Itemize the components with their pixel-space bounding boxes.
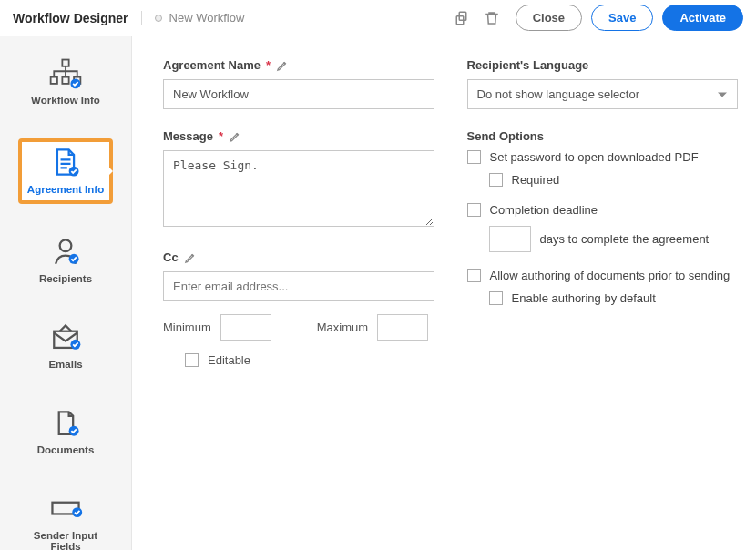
topbar: Workflow Designer New Workflow Close Sav… <box>0 0 756 36</box>
deadline-days-input[interactable] <box>489 226 531 252</box>
pencil-icon[interactable] <box>184 251 197 264</box>
send-options-label: Send Options <box>467 129 739 143</box>
password-checkbox[interactable] <box>467 150 481 164</box>
maximum-input[interactable] <box>377 314 428 341</box>
authoring-default-label: Enable authoring by default <box>512 291 656 305</box>
cc-label: Cc <box>163 250 434 264</box>
required-star: * <box>266 58 271 72</box>
pencil-icon[interactable] <box>229 130 241 143</box>
deadline-days-label: days to complete the agreement <box>540 232 710 246</box>
sidebar-item-label: Agreement Info <box>27 184 104 195</box>
message-section: Message* <box>163 129 434 230</box>
chevron-down-icon <box>718 92 727 97</box>
deadline-label: Completion deadline <box>490 203 598 217</box>
message-label: Message* <box>163 129 434 143</box>
sidebar-item-label: Recipients <box>39 273 92 284</box>
body: Workflow Info Agreement Info <box>0 36 756 550</box>
authoring-option: Allow authoring of documents prior to se… <box>467 269 739 305</box>
language-label: Recipient's Language <box>467 58 739 72</box>
authoring-checkbox[interactable] <box>467 269 481 282</box>
copy-icon[interactable] <box>454 9 472 27</box>
status-dot-icon <box>155 15 162 22</box>
password-required-checkbox[interactable] <box>489 173 503 187</box>
close-button[interactable]: Close <box>516 5 582 31</box>
deadline-checkbox[interactable] <box>467 203 481 217</box>
send-options-section: Send Options Set password to open downlo… <box>467 129 739 305</box>
language-select-wrap: Do not show language selector <box>467 79 739 109</box>
sidebar-item-recipients[interactable]: Recipients <box>18 231 113 290</box>
editable-label: Editable <box>208 353 250 367</box>
agreement-name-label: Agreement Name* <box>163 58 434 72</box>
trash-icon[interactable] <box>483 9 501 27</box>
password-required-label: Required <box>512 173 560 187</box>
sidebar-item-label: Documents <box>37 444 95 455</box>
maximum-label: Maximum <box>317 321 368 334</box>
authoring-label: Allow authoring of documents prior to se… <box>490 269 730 282</box>
minimum-input[interactable] <box>220 314 271 341</box>
sidebar-item-label: Sender Input Fields <box>18 530 113 550</box>
message-textarea[interactable] <box>163 150 434 227</box>
save-button[interactable]: Save <box>591 5 653 31</box>
editable-checkbox[interactable] <box>185 353 199 367</box>
pencil-icon[interactable] <box>276 59 289 72</box>
document-icon <box>47 148 84 178</box>
deadline-option: Completion deadline days to complete the… <box>467 203 739 252</box>
sidebar-item-workflow-info[interactable]: Workflow Info <box>18 53 113 111</box>
language-select[interactable]: Do not show language selector <box>467 79 739 109</box>
required-star: * <box>219 129 223 143</box>
left-column: Agreement Name* Message* Cc <box>163 58 434 541</box>
email-icon <box>47 322 84 353</box>
workflow-name: New Workflow <box>169 11 245 25</box>
sidebar-item-documents[interactable]: Documents <box>18 402 113 461</box>
password-label: Set password to open downloaded PDF <box>490 150 699 164</box>
agreement-name-section: Agreement Name* <box>163 58 434 109</box>
svg-rect-3 <box>51 77 57 84</box>
agreement-name-input[interactable] <box>163 79 434 109</box>
workflow-designer-app: Workflow Designer New Workflow Close Sav… <box>0 0 756 550</box>
cc-input[interactable] <box>163 271 434 301</box>
sidebar-item-label: Workflow Info <box>31 95 100 106</box>
sidebar-item-label: Emails <box>48 359 82 370</box>
language-section: Recipient's Language Do not show languag… <box>467 58 739 109</box>
input-field-icon <box>47 494 84 525</box>
cc-section: Cc Minimum Maximum Editable <box>163 250 434 367</box>
sidebar: Workflow Info Agreement Info <box>0 36 132 550</box>
svg-point-8 <box>60 239 72 251</box>
sidebar-item-agreement-info[interactable]: Agreement Info <box>18 138 113 204</box>
sidebar-item-emails[interactable]: Emails <box>18 317 113 375</box>
content: Agreement Name* Message* Cc <box>132 36 756 550</box>
page-title: Workflow Designer <box>13 11 142 25</box>
svg-rect-2 <box>62 60 68 66</box>
right-column: Recipient's Language Do not show languag… <box>467 58 739 541</box>
files-icon <box>47 408 84 439</box>
person-icon <box>47 237 84 268</box>
authoring-default-checkbox[interactable] <box>489 291 503 305</box>
svg-rect-4 <box>62 77 68 84</box>
activate-button[interactable]: Activate <box>662 5 743 31</box>
password-option: Set password to open downloaded PDF Requ… <box>467 150 739 187</box>
workflow-tree-icon <box>47 58 84 89</box>
sidebar-item-sender-input[interactable]: Sender Input Fields <box>18 488 113 550</box>
minimum-label: Minimum <box>163 321 211 334</box>
